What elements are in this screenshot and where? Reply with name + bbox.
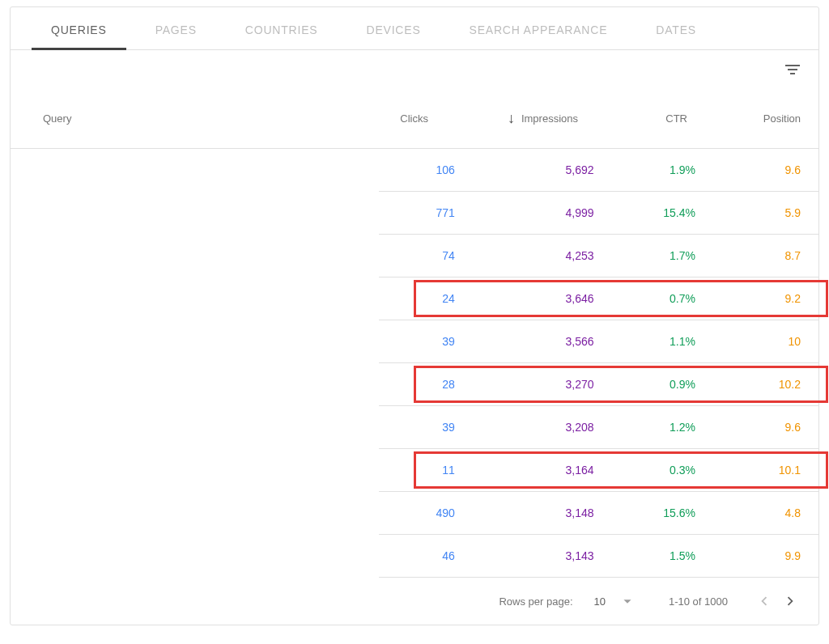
cell-clicks: 106 [379, 163, 455, 176]
rows-per-page-label: Rows per page: [499, 595, 572, 608]
tab-queries[interactable]: QUERIES [27, 7, 131, 49]
cell-impressions: 3,164 [455, 464, 594, 477]
cell-clicks: 74 [379, 249, 455, 262]
cell-impressions: 3,566 [455, 335, 594, 348]
table-row[interactable]: 1065,6921.9%9.6 [379, 149, 818, 192]
tab-countries[interactable]: COUNTRIES [221, 7, 342, 49]
cell-clicks: 11 [379, 464, 455, 477]
cell-ctr: 15.6% [594, 506, 695, 519]
prev-page-icon[interactable] [755, 592, 773, 610]
cell-clicks: 24 [379, 292, 455, 305]
cell-position: 10.2 [695, 378, 801, 391]
table-row[interactable]: 4903,14815.6%4.8 [379, 492, 818, 535]
cell-ctr: 0.9% [594, 378, 695, 391]
sort-desc-icon: ↓ [508, 110, 515, 127]
pagination-range: 1-10 of 1000 [669, 595, 728, 608]
cell-impressions: 4,999 [455, 206, 594, 219]
cell-impressions: 3,270 [455, 378, 594, 391]
tab-bar: QUERIES PAGES COUNTRIES DEVICES SEARCH A… [11, 7, 818, 50]
performance-panel: QUERIES PAGES COUNTRIES DEVICES SEARCH A… [10, 6, 819, 625]
header-query[interactable]: Query [43, 112, 323, 125]
table-row[interactable]: 7714,99915.4%5.9 [379, 192, 818, 235]
rows-per-page-value[interactable]: 10 [594, 595, 606, 608]
table-toolbar [11, 50, 818, 89]
cell-clicks: 46 [379, 549, 455, 562]
table-row[interactable]: 393,5661.1%10 [379, 320, 818, 363]
cell-ctr: 1.1% [594, 335, 695, 348]
header-impressions-label: Impressions [521, 112, 578, 125]
cell-impressions: 5,692 [455, 163, 594, 176]
cell-impressions: 3,208 [455, 421, 594, 434]
header-position[interactable]: Position [687, 112, 801, 125]
header-impressions[interactable]: ↓ Impressions [428, 110, 578, 127]
cell-position: 10.1 [695, 464, 801, 477]
cell-ctr: 1.2% [594, 421, 695, 434]
table-header-row: Query Clicks ↓ Impressions CTR Position [11, 89, 818, 149]
cell-position: 9.2 [695, 292, 801, 305]
cell-position: 8.7 [695, 249, 801, 262]
data-table: Query Clicks ↓ Impressions CTR Position … [11, 89, 818, 578]
cell-position: 4.8 [695, 506, 801, 519]
tab-dates[interactable]: DATES [631, 7, 721, 49]
tab-pages[interactable]: PAGES [131, 7, 221, 49]
cell-impressions: 3,143 [455, 549, 594, 562]
table-row[interactable]: 113,1640.3%10.1 [379, 449, 818, 492]
header-clicks[interactable]: Clicks [323, 112, 428, 125]
cell-ctr: 1.9% [594, 163, 695, 176]
cell-impressions: 4,253 [455, 249, 594, 262]
table-row[interactable]: 243,6460.7%9.2 [379, 278, 818, 320]
tab-search-appearance[interactable]: SEARCH APPEARANCE [445, 7, 632, 49]
cell-ctr: 1.5% [594, 549, 695, 562]
cell-position: 9.9 [695, 549, 801, 562]
cell-impressions: 3,646 [455, 292, 594, 305]
cell-position: 9.6 [695, 421, 801, 434]
cell-clicks: 28 [379, 378, 455, 391]
table-body: 1065,6921.9%9.67714,99915.4%5.9744,2531.… [11, 149, 818, 578]
filter-icon[interactable] [783, 60, 802, 79]
table-row[interactable]: 463,1431.5%9.9 [379, 535, 818, 578]
table-row[interactable]: 744,2531.7%8.7 [379, 235, 818, 278]
cell-position: 9.6 [695, 163, 801, 176]
cell-ctr: 0.7% [594, 292, 695, 305]
cell-clicks: 771 [379, 206, 455, 219]
header-ctr[interactable]: CTR [578, 112, 687, 125]
cell-clicks: 39 [379, 421, 455, 434]
table-row[interactable]: 283,2700.9%10.2 [379, 363, 818, 406]
dropdown-icon[interactable] [619, 592, 636, 610]
table-row[interactable]: 393,2081.2%9.6 [379, 406, 818, 449]
cell-ctr: 1.7% [594, 249, 695, 262]
next-page-icon[interactable] [781, 592, 799, 610]
cell-impressions: 3,148 [455, 506, 594, 519]
cell-position: 10 [695, 335, 801, 348]
cell-clicks: 490 [379, 506, 455, 519]
pagination-bar: Rows per page: 10 1-10 of 1000 [11, 578, 818, 625]
cell-ctr: 0.3% [594, 464, 695, 477]
cell-position: 5.9 [695, 206, 801, 219]
cell-ctr: 15.4% [594, 206, 695, 219]
tab-devices[interactable]: DEVICES [342, 7, 444, 49]
cell-clicks: 39 [379, 335, 455, 348]
